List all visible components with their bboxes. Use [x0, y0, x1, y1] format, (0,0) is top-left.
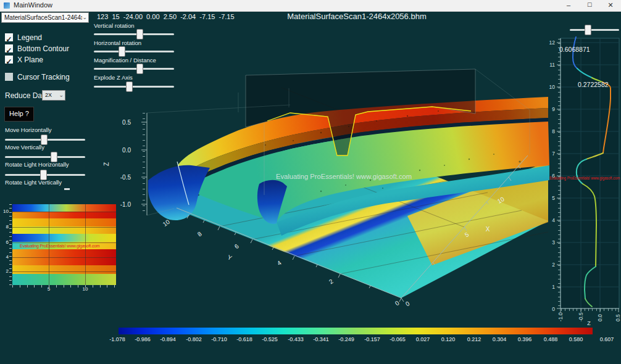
- slider-track[interactable]: [5, 156, 85, 158]
- profile-y-tick: 7: [552, 151, 555, 157]
- horizontal-rotation-slider[interactable]: [94, 46, 174, 57]
- minimize-button[interactable]: –: [558, 0, 579, 11]
- x-tick-label: 0: [404, 300, 411, 308]
- y-tick-label: 6: [233, 242, 240, 250]
- minimap-gridline: [12, 271, 116, 272]
- maximize-button[interactable]: ☐: [579, 0, 600, 11]
- profile-y-tick: 2: [552, 262, 555, 268]
- x-axis-title: X: [486, 226, 490, 233]
- minimap-y-tick: 6: [1, 239, 9, 245]
- reduce-data-value: 2X: [45, 92, 52, 98]
- minimap-y-tick: 4: [1, 254, 9, 260]
- slider-track[interactable]: [570, 29, 619, 31]
- profile-y-tick: 10: [549, 84, 556, 90]
- colorbar-label: -0.894: [156, 336, 180, 342]
- magnification-distance-slider[interactable]: [94, 64, 174, 74]
- z-axis: 0.5 0.0 -0.5 -1.0 Z: [103, 113, 147, 215]
- checkbox-cursor-tracking[interactable]: Cursor Tracking: [5, 71, 70, 80]
- profile-x-tick: -0.5: [578, 312, 584, 321]
- colorbar-label: 0.304: [487, 336, 512, 342]
- checkbox-box[interactable]: ✓: [5, 33, 13, 41]
- profile-position-slider[interactable]: [570, 25, 619, 35]
- slider-thumb[interactable]: [126, 81, 133, 92]
- y-tick-label: 8: [196, 230, 203, 238]
- minimap-x-tick: 10: [81, 286, 90, 292]
- profile-y-tick: 12: [549, 39, 556, 46]
- slider-label: Rotate Light Vertically: [5, 179, 62, 186]
- chart-title: MaterialSurfaceScan1-2464x2056.bhm: [93, 12, 621, 21]
- profile-x-tick: -1.0: [557, 312, 564, 321]
- colorbar-label: 0.212: [462, 336, 486, 342]
- y-tick-label: 2: [328, 278, 335, 285]
- minimap-band: [12, 212, 116, 218]
- profile-y-tick: 11: [549, 62, 555, 68]
- checkbox-box[interactable]: ✓: [5, 56, 13, 64]
- reduce-data-dropdown[interactable]: 2X ⌄: [42, 90, 65, 101]
- slider-label: Vertical rotation: [94, 22, 134, 29]
- colorbar-label: -0.710: [207, 336, 231, 342]
- profile-y-tick: 5: [552, 195, 555, 201]
- checkbox-box[interactable]: [5, 73, 13, 81]
- check-icon: ✓: [6, 57, 12, 66]
- colorbar-label: 0.027: [411, 336, 435, 342]
- y-tick-label: 0: [394, 299, 401, 307]
- profile-y-tick: 3: [552, 239, 555, 246]
- profile-x-tick: 0.0: [597, 314, 603, 321]
- colorbar-label: 0.580: [564, 336, 588, 342]
- checkbox-x-plane[interactable]: ✓X Plane: [5, 54, 43, 62]
- z-tick-label: -0.5: [120, 174, 131, 181]
- slider-label: Explode Z Axis: [94, 74, 133, 81]
- app-icon: [4, 2, 10, 9]
- colorbar-label: -0.986: [130, 336, 155, 342]
- colorbar-label: 0.607: [594, 336, 619, 342]
- profile-y-tick: 1: [552, 284, 555, 290]
- window-titlebar: MainWindow – ☐ ✕: [0, 0, 621, 12]
- minimap-watermark: Evaluating ProEssentials! www.gigasoft.c…: [20, 244, 99, 248]
- slider-label: Magnification / Distance: [94, 57, 156, 64]
- slider-track[interactable]: [94, 86, 174, 88]
- checkbox-box[interactable]: ✓: [5, 44, 13, 52]
- minimap-y-tick: 8: [1, 224, 9, 230]
- file-dropdown-value: MaterialSurfaceScan1-2464x2056.bhm: [4, 13, 82, 22]
- slider-thumb[interactable]: [119, 46, 125, 57]
- slider-track[interactable]: [94, 68, 174, 70]
- file-dropdown[interactable]: MaterialSurfaceScan1-2464x2056.bhm ⌄: [1, 12, 89, 23]
- slider-thumb[interactable]: [136, 64, 143, 74]
- color-scale-bar: [119, 328, 593, 334]
- profile-x-axis-title: Z: [587, 320, 591, 326]
- help-button[interactable]: Help ?: [4, 107, 34, 122]
- explode-z-axis-slider[interactable]: [94, 81, 174, 92]
- watermark-text: Evaluating ProEssentials! www.gigasoft.c…: [276, 173, 412, 180]
- profile-minor-ticks: [558, 39, 561, 308]
- colorbar-label: -0.525: [257, 336, 282, 342]
- slider-thumb[interactable]: [585, 25, 591, 35]
- checkbox-bottom-contour[interactable]: ✓Bottom Contour: [5, 43, 69, 51]
- window-title: MainWindow: [14, 1, 52, 9]
- chevron-down-icon: ⌄: [59, 91, 64, 100]
- profile-x-minor-ticks: [561, 308, 619, 311]
- profile-y-tick: 9: [552, 106, 555, 112]
- colorbar-label: -0.618: [232, 336, 257, 342]
- vertical-rotation-slider[interactable]: [94, 29, 174, 39]
- colorbar-label: -0.802: [181, 336, 206, 342]
- surface-3d-chart: Evaluating ProEssentials! www.gigasoft.c…: [0, 0, 621, 364]
- close-button[interactable]: ✕: [600, 0, 621, 11]
- rotate-light-vertically-slider[interactable]: [64, 188, 70, 190]
- z-tick-label: -1.0: [120, 201, 131, 208]
- slider-label: Move Vertically: [5, 144, 44, 151]
- slider-thumb[interactable]: [136, 29, 143, 39]
- colorbar-label: 0.488: [538, 336, 563, 342]
- minimap-band: [12, 204, 116, 212]
- checkbox-legend[interactable]: ✓Legend: [5, 31, 42, 40]
- minimap-y-tick: 2: [1, 268, 9, 274]
- z-axis-minor-ticks: [143, 113, 145, 215]
- chevron-down-icon: ⌄: [82, 13, 87, 22]
- slider-track[interactable]: [94, 51, 174, 52]
- main-window: Evaluating ProEssentials! www.gigasoft.c…: [0, 0, 621, 364]
- profile-y-tick: 8: [552, 128, 555, 134]
- profile-annotation: 0.6068871: [559, 46, 590, 53]
- minimap-band: [12, 234, 116, 242]
- colorbar-label: -0.249: [334, 336, 359, 342]
- profile-annotation: 0.2722582: [578, 81, 609, 88]
- slider-track[interactable]: [94, 33, 174, 35]
